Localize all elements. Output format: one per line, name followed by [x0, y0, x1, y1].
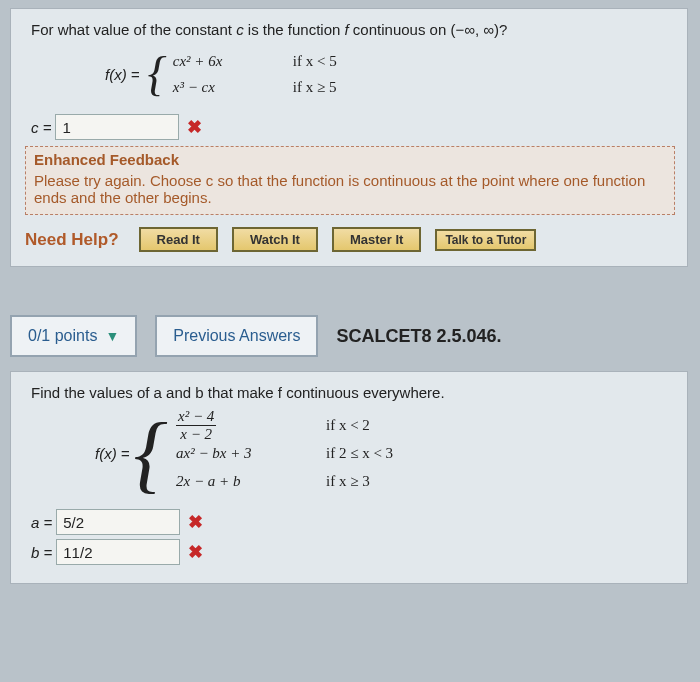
read-it-button[interactable]: Read It	[139, 227, 218, 252]
left-brace-icon: {	[134, 418, 168, 488]
answer-row-c: c = 1 ✖	[31, 114, 675, 140]
answer-label: b =	[31, 544, 52, 561]
incorrect-icon: ✖	[188, 511, 203, 533]
chevron-down-icon: ▼	[105, 328, 119, 344]
incorrect-icon: ✖	[187, 116, 202, 138]
feedback-body: Please try again. Choose c so that the f…	[34, 172, 666, 206]
points-dropdown[interactable]: 0/1 points ▼	[10, 315, 137, 357]
fraction-num: x² − 4	[176, 409, 216, 424]
q1-piecewise: f(x) = { cx² + 6x if x < 5 x³ − cx if x …	[105, 48, 675, 100]
answer-input-a[interactable]: 5/2	[56, 509, 180, 535]
text: For what value of the constant	[31, 21, 236, 38]
piece-cond: if x ≥ 5	[293, 79, 337, 96]
piece-expr: 2x − a + b	[176, 473, 326, 490]
answer-input-b[interactable]: 11/2	[56, 539, 180, 565]
q2-prompt: Find the values of a and b that make f c…	[31, 384, 675, 401]
fx-label: f(x) =	[95, 445, 130, 462]
q2-piecewise: f(x) = { x² − 4 x − 2 if x < 2 ax² − bx …	[95, 411, 675, 495]
q1-prompt: For what value of the constant c is the …	[31, 21, 675, 38]
piece-expr: x² − 4 x − 2	[176, 409, 326, 442]
incorrect-icon: ✖	[188, 541, 203, 563]
piece-cond: if x < 2	[326, 417, 370, 434]
feedback-title: Enhanced Feedback	[34, 151, 666, 168]
need-help-label: Need Help?	[25, 230, 119, 250]
piece-cond: if x ≥ 3	[326, 473, 370, 490]
question-reference: SCALCET8 2.5.046.	[336, 326, 501, 347]
enhanced-feedback: Enhanced Feedback Please try again. Choo…	[25, 146, 675, 215]
piece-cond: if x < 5	[293, 53, 337, 70]
piece-expr: x³ − cx	[173, 79, 293, 96]
fx-label: f(x) =	[105, 66, 140, 83]
master-it-button[interactable]: Master It	[332, 227, 421, 252]
previous-answers-button[interactable]: Previous Answers	[155, 315, 318, 357]
answer-row-a: a = 5/2 ✖	[31, 509, 675, 535]
piece-expr: ax² − bx + 3	[176, 445, 326, 462]
question-2-card: Find the values of a and b that make f c…	[10, 371, 688, 584]
piece-cond: if 2 ≤ x < 3	[326, 445, 393, 462]
need-help-row: Need Help? Read It Watch It Master It Ta…	[25, 227, 675, 252]
text: continuous on (−∞, ∞)?	[349, 21, 508, 38]
left-brace-icon: {	[148, 54, 167, 94]
talk-to-tutor-button[interactable]: Talk to a Tutor	[435, 229, 536, 251]
piece-expr: cx² + 6x	[173, 53, 293, 70]
var-c: c	[236, 21, 244, 38]
points-text: 0/1 points	[28, 327, 97, 345]
watch-it-button[interactable]: Watch It	[232, 227, 318, 252]
answer-label: a =	[31, 514, 52, 531]
answer-row-b: b = 11/2 ✖	[31, 539, 675, 565]
text: is the function	[244, 21, 345, 38]
answer-label: c =	[31, 119, 51, 136]
question-1-card: For what value of the constant c is the …	[10, 8, 688, 267]
answer-input-c[interactable]: 1	[55, 114, 179, 140]
question-header: 0/1 points ▼ Previous Answers SCALCET8 2…	[10, 315, 700, 357]
